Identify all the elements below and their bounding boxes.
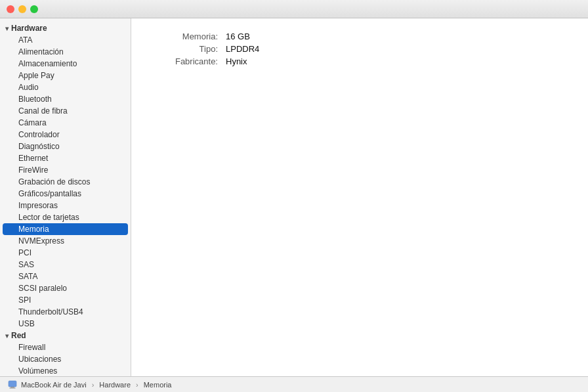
sidebar-item-almacenamiento[interactable]: Almacenamiento	[3, 58, 128, 70]
sidebar-item-scsi-paralelo[interactable]: SCSI paralelo	[3, 282, 128, 294]
svg-rect-0	[9, 381, 16, 387]
sidebar-item-grabaci-n-de-discos[interactable]: Grabación de discos	[3, 176, 128, 188]
sidebar-item-ata[interactable]: ATA	[3, 34, 128, 46]
chevron-down-icon: ▾	[5, 25, 9, 32]
sidebar-item-thunderbolt-usb4[interactable]: Thunderbolt/USB4	[3, 306, 128, 318]
sidebar-item-bluetooth[interactable]: Bluetooth	[3, 93, 128, 105]
minimize-button[interactable]	[18, 5, 26, 13]
sidebar-section-red[interactable]: ▾Red	[0, 330, 131, 341]
detail-row: Tipo:LPDDR4	[147, 44, 572, 54]
sidebar-item-firewire[interactable]: FireWire	[3, 164, 128, 176]
sidebar-item-nvmexpress[interactable]: NVMExpress	[3, 235, 128, 247]
sidebar-item-gr-ficos-pantallas[interactable]: Gráficos/pantallas	[3, 188, 128, 200]
sidebar-item-memoria[interactable]: Memoria	[3, 223, 128, 235]
titlebar	[0, 0, 588, 18]
sidebar-item-firewall[interactable]: Firewall	[3, 341, 128, 353]
sidebar-item-ubicaciones[interactable]: Ubicaciones	[3, 353, 128, 365]
main-content: ▾HardwareATAAlimentaciónAlmacenamientoAp…	[0, 18, 588, 376]
svg-rect-1	[10, 387, 14, 388]
sidebar-item-usb[interactable]: USB	[3, 318, 128, 330]
chevron-down-icon: ▾	[5, 332, 9, 339]
sidebar: ▾HardwareATAAlimentaciónAlmacenamientoAp…	[0, 18, 131, 376]
breadcrumb-sep-1: ›	[92, 381, 94, 389]
sidebar-item-vol-menes[interactable]: Volúmenes	[3, 365, 128, 376]
window-controls	[7, 5, 38, 13]
sidebar-item-lector-de-tarjetas[interactable]: Lector de tarjetas	[3, 211, 128, 223]
close-button[interactable]	[7, 5, 14, 13]
breadcrumb-part-3: Memoria	[144, 381, 172, 389]
sidebar-item-canal-de-fibra[interactable]: Canal de fibra	[3, 105, 128, 117]
detail-value: LPDDR4	[226, 44, 259, 54]
breadcrumb-part-2: Hardware	[99, 381, 131, 389]
sidebar-item-sas[interactable]: SAS	[3, 259, 128, 271]
detail-value: Hynix	[226, 56, 247, 66]
sidebar-item-sata[interactable]: SATA	[3, 271, 128, 282]
detail-row: Fabricante:Hynix	[147, 56, 572, 66]
sidebar-item-audio[interactable]: Audio	[3, 81, 128, 93]
detail-row: Memoria:16 GB	[147, 32, 572, 41]
sidebar-item-controlador[interactable]: Controlador	[3, 129, 128, 141]
breadcrumb-sep-2: ›	[136, 381, 138, 389]
sidebar-item-apple-pay[interactable]: Apple Pay	[3, 70, 128, 81]
svg-rect-2	[10, 387, 16, 388]
sidebar-item-diagn-stico[interactable]: Diagnóstico	[3, 141, 128, 152]
detail-panel: Memoria:16 GBTipo:LPDDR4Fabricante:Hynix	[131, 18, 588, 376]
detail-label: Fabricante:	[147, 56, 226, 66]
sidebar-item-ethernet[interactable]: Ethernet	[3, 152, 128, 164]
detail-value: 16 GB	[226, 32, 250, 41]
detail-label: Memoria:	[147, 32, 226, 41]
sidebar-item-alimentaci-n[interactable]: Alimentación	[3, 46, 128, 58]
computer-icon	[8, 380, 17, 389]
sidebar-item-spi[interactable]: SPI	[3, 294, 128, 306]
statusbar: MacBook Air de Javi › Hardware › Memoria	[0, 376, 588, 392]
detail-label: Tipo:	[147, 44, 226, 54]
maximize-button[interactable]	[30, 5, 38, 13]
sidebar-item-pci[interactable]: PCI	[3, 247, 128, 259]
sidebar-item-c-mara[interactable]: Cámara	[3, 117, 128, 129]
sidebar-item-impresoras[interactable]: Impresoras	[3, 200, 128, 211]
breadcrumb-part-1: MacBook Air de Javi	[21, 381, 87, 389]
sidebar-section-hardware[interactable]: ▾Hardware	[0, 22, 131, 34]
